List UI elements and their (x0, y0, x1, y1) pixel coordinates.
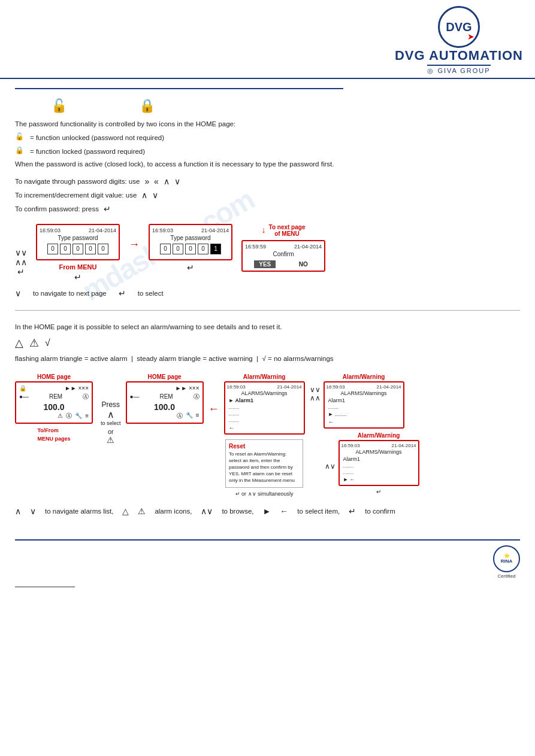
open-lock-icon: 🔓 (51, 98, 67, 114)
screen2-enter-below: ↵ (187, 263, 194, 272)
alarm3-date: 21-04-2014 (392, 443, 416, 448)
alarm-screen-3-label: Alarm/Warning (358, 432, 400, 439)
alarm3-time: 16:59:03 (341, 443, 360, 448)
alarm2-title: ALARMS/Warnings (327, 390, 401, 396)
home1-arrows-icon: ►► ××× (65, 385, 89, 391)
alarm-icons-row: △ ⚠ √ (15, 336, 520, 350)
alarm-screen-1-col: Alarm/Warning 16:59:03 21-04-2014 ALARMS… (224, 374, 305, 497)
brand-sub: ◎ GIVA GROUP (427, 65, 490, 75)
alarm1-item1: ► Alarm1 (227, 397, 302, 404)
or-label: or (108, 428, 114, 435)
to-next-label: To next pageof MENU (269, 224, 306, 237)
alarm3-nav-arrows: ∧∨ (325, 462, 335, 470)
home2-flow-icon: ●— (130, 393, 140, 400)
alarm1-title: ALARMS/Warnings (227, 390, 302, 396)
home2-value: 100.0 (130, 402, 200, 412)
home2-rem-label: REM (159, 393, 173, 400)
alarm1-item3: ........ (227, 411, 302, 417)
alarm1-back: ← (227, 424, 302, 432)
alarm3-confirm-icon: ↵ (376, 488, 381, 495)
home-page-1-label: HOME page (37, 374, 71, 380)
alarm2-down-icon: ∨∨ (310, 385, 321, 394)
home1-mid-row: ●— REM Ⓐ (19, 393, 89, 401)
home2-top-row: ►► ××× (130, 385, 200, 391)
bot-left-arrow-icon: ← (280, 506, 288, 516)
alarm-screen-2-label: Alarm/Warning (343, 374, 385, 380)
alarm-2-row: ∨∨ ∧∧ Alarm/Warning 16:59:03 21-04-2014 … (310, 374, 404, 429)
home1-wrench-icon: 🔧 (75, 412, 82, 419)
alarm3-title: ALARMS/Warnings (341, 449, 416, 455)
right-arrow-icon: → (129, 238, 140, 250)
alarm3-enter-confirm: ↵ (376, 488, 381, 495)
dvg-text: DVG (446, 21, 471, 33)
rina-text: ⭐RINA (501, 553, 513, 564)
page-footer: ⭐RINA Certified (15, 539, 520, 584)
bot-up-nav-icon: ∧∨ (201, 506, 213, 516)
arrow-to-alarms: ← (208, 403, 219, 414)
enter-sym-bottom: ↵ (235, 491, 240, 497)
home2-arrows-icon: ►► ××× (175, 385, 199, 391)
nav-instructions: To navigate through password digits: use… (15, 176, 520, 215)
home1-value: 100.0 (19, 402, 89, 412)
alarm1-item4: ........ (227, 417, 302, 424)
alarm1-date: 21-04-2014 (277, 384, 302, 390)
bot-alarm-tri-icon: △ (122, 506, 129, 516)
nav-row-1: To navigate through password digits: use… (15, 176, 520, 187)
bottom-nav-row: ∧ ∨ to navigate alarms list, △ ⚠ alarm i… (15, 506, 520, 517)
dvg-logo-circle: DVG ➤ (438, 6, 480, 48)
home1-rem-label: REM (49, 393, 62, 400)
nav-row-2: To increment/decrement digit value: use … (15, 190, 520, 201)
flashing-alarm-icon: △ (15, 336, 23, 350)
brand-name: DVG AUTOMATION (395, 48, 523, 63)
screen1-password: 0 0 0 0 0 (40, 244, 116, 254)
press-area: Press ∧ to select or ⚠ (101, 400, 121, 445)
screen1-title: Type password (40, 235, 116, 241)
home1-circle-a-icon: Ⓐ (66, 412, 72, 420)
alarm3-item4: ► ← (341, 476, 416, 483)
home1-bottom-row: ⚠ Ⓐ 🔧 ≡ (19, 412, 89, 420)
password-screens-row: ∨∨ ∧∧ ↵ 16:59:03 21-04-2014 Type passwor… (15, 224, 520, 282)
alarm3-hdr: 16:59:03 21-04-2014 (341, 443, 416, 448)
home2-list-icon: ≡ (196, 412, 200, 420)
alarm-desc-2: flashing alarm triangle = active alarm |… (15, 353, 520, 365)
screen3-date: 21-04-2014 (294, 244, 322, 250)
screen-password-1: 16:59:03 21-04-2014 Type password 0 0 0 … (36, 224, 120, 260)
nav-down-icon: ∨∨ (15, 248, 27, 257)
section-alarms: In the HOME page it is possible to selec… (15, 321, 520, 517)
digit-1: 0 (60, 244, 71, 254)
alarm1-time: 16:59:03 (227, 384, 246, 390)
arrow-to-screen2: → (129, 239, 140, 250)
s2-digit-1: 0 (173, 244, 183, 254)
left-arrow-connector-icon: ← (208, 403, 219, 415)
lock-icons-row: 🔓 🔒 (51, 98, 520, 114)
alarm-screen-3-col: Alarm/Warning 16:59:03 21-04-2014 ALARMS… (338, 432, 419, 495)
bot-up-icon: ∧ (15, 506, 21, 516)
screen2-date: 21-04-2014 (201, 227, 229, 233)
screen2-password: 0 0 0 0 1 (152, 244, 229, 254)
check-icon: √ (45, 338, 50, 348)
home-page-1-col: HOME page 🔒 ►► ××× ●— REM Ⓐ 100.0 ⚠ Ⓐ (15, 374, 93, 442)
page-bottom-line (15, 587, 75, 587)
screen-password-2: 16:59:03 21-04-2014 Type password 0 0 0 … (149, 224, 232, 260)
from-menu-label: From MENU (59, 263, 97, 271)
password-desc-3: 🔒 = function locked (password required) (15, 146, 520, 157)
s2-digit-0: 0 (160, 244, 171, 254)
home2-mid-row: ●— REM Ⓐ (130, 393, 200, 401)
nav-enter-icon: ↵ (17, 267, 25, 277)
open-lock-inline: 🔓 (15, 132, 24, 141)
screen2-enter-icon: ↵ (187, 263, 194, 272)
left-nav-arrows: ∨∨ ∧∧ ↵ (15, 248, 27, 277)
alarm3-item2: ........ (341, 463, 416, 469)
alarm2-item2: ........ (327, 404, 401, 411)
alarm2-up-icon: ∧∧ (310, 394, 321, 402)
alarm3-select-icon: ► (343, 476, 349, 482)
alarm2-date: 21-04-2014 (377, 384, 401, 390)
alarm-screen-1-label: Alarm/Warning (243, 374, 286, 380)
yes-button[interactable]: YES (254, 260, 276, 268)
alarm2-select-icon: ► (328, 411, 334, 417)
nav-enter-sym: ↵ (119, 289, 126, 298)
to-next-page-row: ↓ To next pageof MENU (262, 224, 306, 237)
no-button[interactable]: NO (294, 260, 313, 268)
dec-arrow-icon: ∨ (152, 190, 158, 200)
alarm2-time: 16:59:03 (327, 384, 345, 390)
